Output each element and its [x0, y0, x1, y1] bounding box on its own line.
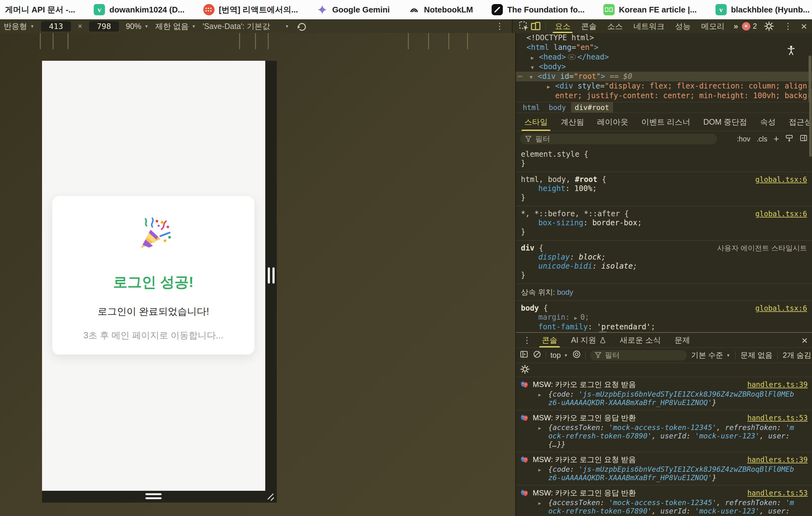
breadcrumb-html[interactable]: html: [519, 104, 544, 112]
device-toolbar-toggle-icon[interactable]: [530, 20, 542, 32]
expand-arrow-icon[interactable]: ▶: [531, 53, 539, 63]
console-message[interactable]: MSW: 카카오 로그인 요청 받음 handlers.ts:39 ▶ {cod…: [516, 452, 812, 485]
device-type-select[interactable]: 반응형 ▼: [4, 21, 34, 31]
console-message[interactable]: MSW: 카카오 로그인 응답 반환 handlers.ts:53 ▶ {acc…: [516, 410, 812, 452]
source-link[interactable]: handlers.ts:39: [747, 456, 808, 464]
css-property[interactable]: unicode-bidi: isolate;: [521, 262, 808, 271]
live-expression-eye-icon[interactable]: [572, 350, 581, 360]
breadcrumb-div-root[interactable]: div#root: [571, 102, 613, 112]
browser-tab[interactable]: NotebookLM: [399, 0, 482, 19]
dock-panel-icon[interactable]: [800, 134, 808, 144]
dom-node-html[interactable]: <html lang="en">: [516, 43, 812, 52]
browser-tab[interactable]: The Foundation fo...: [482, 0, 594, 19]
tab-whats-new[interactable]: 새로운 소식: [614, 333, 667, 347]
tab-properties[interactable]: 속성: [753, 113, 782, 131]
collapse-arrow-icon[interactable]: ▼: [530, 72, 538, 82]
object-preview[interactable]: {code: 'js-mUzpbEpis6bnVedSTyIE1ZCxk8J96…: [548, 465, 794, 482]
tab-performance[interactable]: 성능: [670, 19, 696, 33]
toggle-hover-state-button[interactable]: :hov: [737, 135, 750, 143]
viewport-corner-resize-handle[interactable]: [266, 492, 277, 502]
tab-console[interactable]: 콘솔: [576, 19, 602, 33]
chevron-down-icon[interactable]: ▼: [285, 24, 289, 29]
console-message[interactable]: MSW: 카카오 로그인 응답 반환 handlers.ts:53 ▶ {acc…: [516, 485, 812, 516]
dom-node-body[interactable]: ▼<body>: [516, 62, 812, 72]
tab-console-drawer[interactable]: 콘솔: [536, 333, 563, 347]
css-property[interactable]: display: block;: [521, 253, 808, 262]
clear-console-icon[interactable]: [533, 350, 542, 360]
breadcrumb-body[interactable]: body: [545, 104, 570, 112]
css-property[interactable]: box-sizing: border-box;: [521, 218, 808, 227]
viewport-height-input[interactable]: 798: [89, 21, 119, 31]
style-rule-element[interactable]: element.style { }: [516, 147, 812, 172]
rotate-viewport-button[interactable]: [296, 20, 308, 32]
new-style-rule-button[interactable]: +: [774, 134, 779, 144]
tab-sources[interactable]: 소스: [602, 19, 628, 33]
accessibility-person-icon[interactable]: [786, 45, 796, 58]
issues-status[interactable]: 문제 없음: [741, 350, 773, 360]
inherited-target-link[interactable]: body: [557, 288, 573, 296]
style-rule-root[interactable]: global.tsx:6 html, body, #root { height:…: [516, 172, 812, 206]
viewport-width-resize-handle[interactable]: [268, 267, 274, 283]
browser-tab[interactable]: Korean FE article |...: [594, 0, 706, 19]
dom-node-flex-container[interactable]: ▶<div style="display: flex; flex-directi…: [516, 81, 812, 91]
expand-arrow-icon[interactable]: ▶: [547, 82, 555, 91]
object-preview[interactable]: {code: 'js-mUzpbEpis6bnVedSTyIE1ZCxk8J96…: [548, 390, 794, 407]
source-link[interactable]: global.tsx:6: [755, 175, 807, 184]
rendering-emulation-icon[interactable]: [785, 134, 793, 144]
console-filter-input[interactable]: 필터: [590, 350, 687, 360]
device-toolbar-menu-button[interactable]: ⋮: [493, 21, 506, 31]
tab-accessibility[interactable]: 접근성: [782, 113, 812, 131]
tab-memory[interactable]: 메모리: [696, 19, 730, 33]
styles-filter-input[interactable]: 필터: [520, 134, 717, 144]
log-level-select[interactable]: 기본 수준 ▼: [691, 350, 730, 360]
style-rule-body[interactable]: global.tsx:6 body { margin: ▶ 0; font-fa…: [516, 300, 812, 332]
save-data-select[interactable]: 'Save-Data': 기본값: [203, 21, 270, 31]
tab-issues[interactable]: 문제: [669, 333, 696, 347]
tab-layout[interactable]: 레이아웃: [591, 113, 635, 131]
expand-arrow-icon[interactable]: ▶: [538, 390, 548, 407]
toggle-class-button[interactable]: .cls: [757, 135, 767, 143]
tab-network[interactable]: 네트워크: [628, 19, 670, 33]
javascript-context-select[interactable]: top ▼: [550, 351, 568, 359]
css-property-margin[interactable]: margin: ▶ 0;: [521, 313, 808, 323]
drawer-menu-button[interactable]: ⋮: [520, 335, 534, 345]
collapse-arrow-icon[interactable]: ▼: [531, 63, 539, 72]
browser-tab[interactable]: 게머니 API 문서 -...: [0, 0, 84, 19]
console-message[interactable]: MSW: 카카오 로그인 요청 받음 handlers.ts:39 ▶ {cod…: [516, 377, 812, 410]
console-settings-gear-icon[interactable]: [520, 364, 530, 375]
close-drawer-button[interactable]: ×: [802, 335, 808, 346]
hidden-messages-count[interactable]: 2개 숨김: [783, 350, 811, 360]
throttling-select[interactable]: 제한 없음 ▼: [155, 21, 196, 31]
css-property-font-family[interactable]: font-family: 'pretendard';: [521, 323, 808, 331]
dom-node-root-selected[interactable]: ⋯▼<div id="root"> == $0: [516, 72, 812, 81]
source-link[interactable]: global.tsx:6: [755, 209, 807, 218]
viewport-width-input[interactable]: 413: [41, 21, 71, 31]
expand-arrow-icon[interactable]: ▶: [538, 465, 548, 482]
object-preview[interactable]: {accessToken: 'mock-access-token-12345',…: [548, 424, 794, 449]
tab-event-listeners[interactable]: 이벤트 리스너: [635, 113, 697, 131]
collapsed-content-ellipsis[interactable]: ⋯: [568, 55, 576, 59]
dom-node-doctype[interactable]: <!DOCTYPE html>: [516, 33, 812, 43]
error-badge[interactable]: × 2: [742, 22, 757, 30]
browser-tab[interactable]: v blackhblee (Hyunb...: [706, 0, 812, 19]
console-sidebar-toggle-icon[interactable]: [520, 350, 528, 360]
browser-tab[interactable]: v dowankim1024 (D...: [84, 0, 194, 19]
tab-ai-assistance[interactable]: AI 지원: [566, 333, 612, 347]
source-link[interactable]: handlers.ts:53: [747, 489, 808, 497]
elements-scrollbar-thumb[interactable]: [809, 88, 812, 157]
expand-arrow-icon[interactable]: ▶: [538, 498, 548, 516]
expand-arrow-icon[interactable]: ▶: [538, 424, 548, 449]
source-link[interactable]: handlers.ts:39: [747, 380, 808, 388]
zoom-select[interactable]: 90% ▼: [126, 22, 148, 31]
tab-dom-breakpoints[interactable]: DOM 중단점: [697, 113, 753, 131]
source-link[interactable]: global.tsx:6: [755, 304, 807, 313]
viewport-height-resize-handle[interactable]: [145, 493, 162, 499]
devtools-menu-button[interactable]: ⋮: [781, 21, 794, 31]
browser-tab[interactable]: Google Gemini: [307, 0, 399, 19]
dom-node-head[interactable]: ▶<head>⋯</head>: [516, 52, 812, 62]
tab-computed[interactable]: 계산됨: [554, 113, 591, 131]
inspect-element-icon[interactable]: [518, 20, 530, 32]
css-property[interactable]: height: 100%;: [521, 184, 808, 193]
style-rule-universal[interactable]: global.tsx:6 *, *::before, *::after { bo…: [516, 206, 812, 240]
more-tabs-chevron[interactable]: »: [730, 22, 742, 31]
